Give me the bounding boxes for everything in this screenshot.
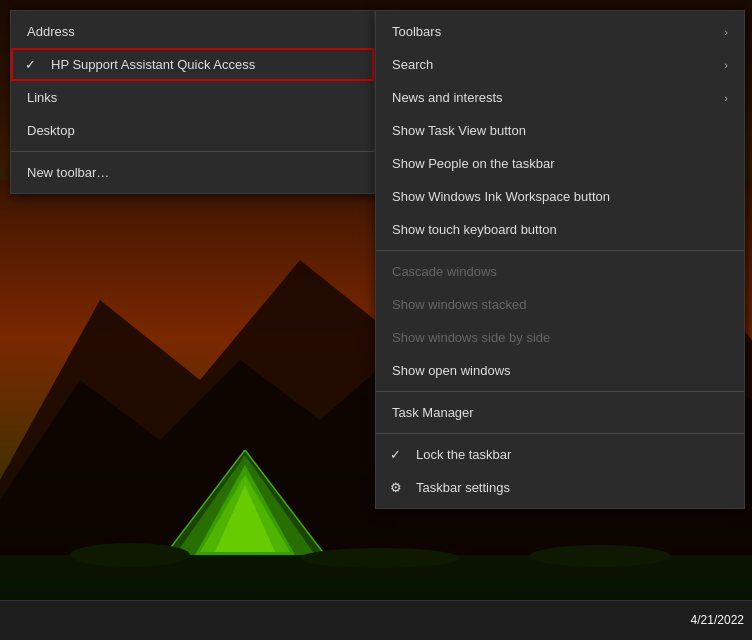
menu-item-toolbars[interactable]: Toolbars › <box>376 15 744 48</box>
right-context-menu: Toolbars › Search › News and interests ›… <box>375 10 745 509</box>
menu-separator-2 <box>376 250 744 251</box>
menu-item-touch-keyboard[interactable]: Show touch keyboard button <box>376 213 744 246</box>
menu-item-desktop[interactable]: Desktop <box>11 114 374 147</box>
menu-item-side-by-side: Show windows side by side <box>376 321 744 354</box>
menu-item-taskbar-settings[interactable]: ⚙ Taskbar settings <box>376 471 744 504</box>
menu-item-stacked: Show windows stacked <box>376 288 744 321</box>
menu-item-links[interactable]: Links <box>11 81 374 114</box>
arrow-icon: › <box>724 59 728 71</box>
menu-item-lock-taskbar[interactable]: ✓ Lock the taskbar <box>376 438 744 471</box>
menu-separator-1 <box>11 151 374 152</box>
menu-item-address[interactable]: Address <box>11 15 374 48</box>
menu-item-open-windows[interactable]: Show open windows <box>376 354 744 387</box>
taskbar: 4/21/2022 <box>0 600 752 640</box>
taskbar-time: 4/21/2022 <box>691 612 744 629</box>
taskbar-clock: 4/21/2022 <box>691 612 744 629</box>
menu-item-news-interests[interactable]: News and interests › <box>376 81 744 114</box>
arrow-icon: › <box>724 26 728 38</box>
svg-point-13 <box>300 548 460 568</box>
checkmark-icon: ✓ <box>390 447 401 462</box>
menu-item-task-view[interactable]: Show Task View button <box>376 114 744 147</box>
checkmark-icon: ✓ <box>25 57 36 72</box>
menu-item-search[interactable]: Search › <box>376 48 744 81</box>
arrow-icon: › <box>724 92 728 104</box>
menu-separator-3 <box>376 391 744 392</box>
svg-point-14 <box>530 545 670 567</box>
menu-item-hp-support[interactable]: ✓ HP Support Assistant Quick Access <box>11 48 374 81</box>
left-context-menu: Address ✓ HP Support Assistant Quick Acc… <box>10 10 375 194</box>
menu-item-people[interactable]: Show People on the taskbar <box>376 147 744 180</box>
menu-item-task-manager[interactable]: Task Manager <box>376 396 744 429</box>
menu-item-new-toolbar[interactable]: New toolbar… <box>11 156 374 189</box>
menu-separator-4 <box>376 433 744 434</box>
menu-item-ink-workspace[interactable]: Show Windows Ink Workspace button <box>376 180 744 213</box>
svg-point-12 <box>70 543 190 567</box>
gear-icon: ⚙ <box>390 480 402 495</box>
menu-item-cascade: Cascade windows <box>376 255 744 288</box>
